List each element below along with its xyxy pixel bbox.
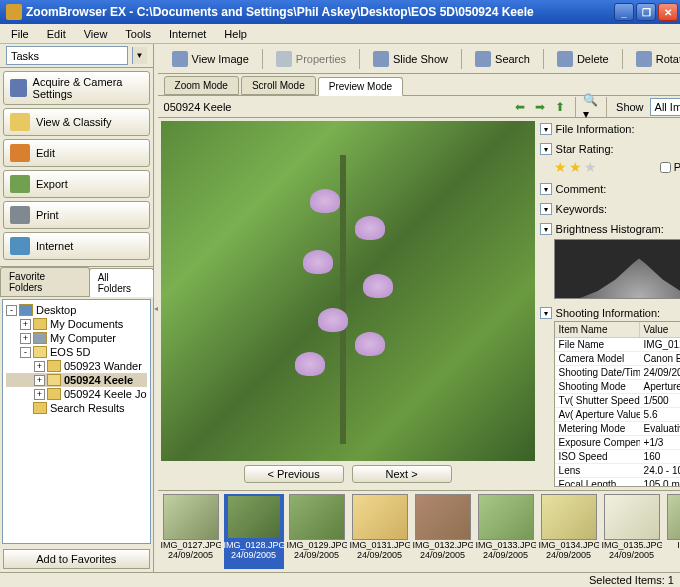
- tree-toggle-icon[interactable]: +: [34, 361, 45, 372]
- tab-scroll-mode[interactable]: Scroll Mode: [241, 76, 316, 95]
- collapse-icon[interactable]: ▾: [540, 307, 552, 319]
- thumbnail[interactable]: IMG_0128.JPG24/09/2005: [224, 494, 284, 569]
- table-row[interactable]: File NameIMG_0128.JPG: [555, 338, 680, 352]
- tasks-dropdown-arrow[interactable]: ▼: [132, 47, 147, 64]
- column-header-value[interactable]: Value: [640, 322, 680, 337]
- properties-icon: [276, 51, 292, 67]
- menu-file[interactable]: File: [4, 26, 36, 42]
- maximize-button[interactable]: ❐: [636, 3, 656, 21]
- thumbnail[interactable]: IMG_0129.JPG24/09/2005: [287, 494, 347, 569]
- menu-view[interactable]: View: [77, 26, 115, 42]
- table-row[interactable]: Camera ModelCanon EOS 5D: [555, 352, 680, 366]
- tree-toggle-icon[interactable]: +: [20, 333, 31, 344]
- tree-node[interactable]: +My Computer: [6, 331, 147, 345]
- task-edit-button[interactable]: Edit: [3, 139, 150, 167]
- tree-toggle-icon[interactable]: -: [6, 305, 17, 316]
- table-row[interactable]: Metering ModeEvaluative Metering: [555, 422, 680, 436]
- star-icon[interactable]: ★: [554, 159, 567, 175]
- tab-favorite-folders[interactable]: Favorite Folders: [0, 267, 90, 296]
- view-image-button[interactable]: View Image: [164, 47, 257, 71]
- menu-tools[interactable]: Tools: [118, 26, 158, 42]
- search-button[interactable]: Search: [467, 47, 538, 71]
- star-rating-header: Star Rating:: [556, 143, 614, 155]
- preview-image[interactable]: [161, 121, 535, 461]
- column-header-name[interactable]: Item Name: [555, 322, 640, 337]
- folder-icon: [47, 374, 61, 386]
- tree-node[interactable]: +050924 Keele: [6, 373, 147, 387]
- tree-node[interactable]: -Desktop: [6, 303, 147, 317]
- tree-toggle-icon[interactable]: +: [20, 319, 31, 330]
- tree-node[interactable]: +My Documents: [6, 317, 147, 331]
- thumbnail-strip[interactable]: IMG_0127.JPG24/09/2005IMG_0128.JPG24/09/…: [158, 490, 680, 572]
- table-row[interactable]: ISO Speed160: [555, 450, 680, 464]
- left-panel: Tasks ▼ Acquire & Camera SettingsView & …: [0, 44, 154, 572]
- tree-node[interactable]: Search Results: [6, 401, 147, 415]
- tree-node[interactable]: +050923 Wander: [6, 359, 147, 373]
- filter-icon[interactable]: 🔍▾: [583, 99, 599, 115]
- task-export-button[interactable]: Export: [3, 170, 150, 198]
- tree-node[interactable]: +050924 Keele Jo: [6, 387, 147, 401]
- close-button[interactable]: ✕: [658, 3, 678, 21]
- nav-up-icon[interactable]: ⬆: [552, 99, 568, 115]
- tab-preview-mode[interactable]: Preview Mode: [318, 77, 403, 96]
- next-button[interactable]: Next >: [352, 465, 452, 483]
- slide-show-button[interactable]: Slide Show: [365, 47, 456, 71]
- rotate-button[interactable]: Rotate: [628, 47, 680, 71]
- tab-all-folders[interactable]: All Folders: [89, 268, 154, 297]
- table-row[interactable]: Focal Length105.0 mm: [555, 478, 680, 486]
- nav-forward-icon[interactable]: ➡: [532, 99, 548, 115]
- thumbnail[interactable]: IMG_0...24/0...: [665, 494, 680, 569]
- table-row[interactable]: Lens24.0 - 105.0 mm: [555, 464, 680, 478]
- task-internet-button[interactable]: Internet: [3, 232, 150, 260]
- star-icon[interactable]: ★: [584, 159, 597, 175]
- collapse-icon[interactable]: ▾: [540, 123, 552, 135]
- folder-tree[interactable]: -Desktop+My Documents+My Computer-EOS 5D…: [2, 299, 151, 544]
- tree-toggle-icon[interactable]: +: [34, 389, 45, 400]
- tree-toggle-icon[interactable]: -: [20, 347, 31, 358]
- menu-edit[interactable]: Edit: [40, 26, 73, 42]
- add-to-favorites-button[interactable]: Add to Favorites: [3, 549, 150, 569]
- folder-icon: [33, 318, 47, 330]
- thumbnail[interactable]: IMG_0131.JPG24/09/2005: [350, 494, 410, 569]
- table-row[interactable]: Shooting ModeAperture-Priority AE: [555, 380, 680, 394]
- previous-button[interactable]: < Previous: [244, 465, 344, 483]
- nav-bar: 050924 Keele ⬅ ➡ ⬆ 🔍▾ Show All Images▾: [158, 96, 680, 118]
- minimize-button[interactable]: _: [614, 3, 634, 21]
- thumbnail[interactable]: IMG_0133.JPG24/09/2005: [476, 494, 536, 569]
- table-row[interactable]: Av( Aperture Value )5.6: [555, 408, 680, 422]
- menu-help[interactable]: Help: [217, 26, 254, 42]
- thumbnail[interactable]: IMG_0127.JPG24/09/2005: [161, 494, 221, 569]
- tasks-dropdown[interactable]: Tasks: [6, 46, 128, 65]
- tree-node[interactable]: -EOS 5D: [6, 345, 147, 359]
- table-row[interactable]: Exposure Compens...+1/3: [555, 436, 680, 450]
- table-row[interactable]: Shooting Date/Time24/09/2005 23:58:16: [555, 366, 680, 380]
- thumbnail[interactable]: IMG_0132.JPG24/09/2005: [413, 494, 473, 569]
- slide-show-icon: [373, 51, 389, 67]
- task-acquire-camera-settings-button[interactable]: Acquire & Camera Settings: [3, 71, 150, 105]
- delete-button[interactable]: Delete: [549, 47, 617, 71]
- nav-back-icon[interactable]: ⬅: [512, 99, 528, 115]
- star-icon[interactable]: ★: [569, 159, 582, 175]
- info-panel: ▾File Information: ▾Star Rating: ★ ★ ★ P…: [538, 118, 680, 490]
- folder-icon: [19, 304, 33, 316]
- show-dropdown[interactable]: All Images▾: [650, 98, 680, 116]
- folder-icon: [33, 402, 47, 414]
- menu-internet[interactable]: Internet: [162, 26, 213, 42]
- protect-checkbox[interactable]: [660, 162, 671, 173]
- task-view-classify-button[interactable]: View & Classify: [3, 108, 150, 136]
- camera-icon: [10, 79, 27, 97]
- collapse-icon[interactable]: ▾: [540, 143, 552, 155]
- table-row[interactable]: Tv( Shutter Speed )1/500: [555, 394, 680, 408]
- tasks-dropdown-label: Tasks: [11, 50, 39, 62]
- collapse-icon[interactable]: ▾: [540, 183, 552, 195]
- collapse-icon[interactable]: ▾: [540, 223, 552, 235]
- collapse-icon[interactable]: ▾: [540, 203, 552, 215]
- view-image-icon: [172, 51, 188, 67]
- shooting-info-table: Item Name Value File NameIMG_0128.JPGCam…: [554, 321, 680, 487]
- task-print-button[interactable]: Print: [3, 201, 150, 229]
- thumbnail[interactable]: IMG_0135.JPG24/09/2005: [602, 494, 662, 569]
- tab-zoom-mode[interactable]: Zoom Mode: [164, 76, 239, 95]
- tree-toggle-icon[interactable]: +: [34, 375, 45, 386]
- thumbnail[interactable]: IMG_0134.JPG24/09/2005: [539, 494, 599, 569]
- edit-icon: [10, 144, 30, 162]
